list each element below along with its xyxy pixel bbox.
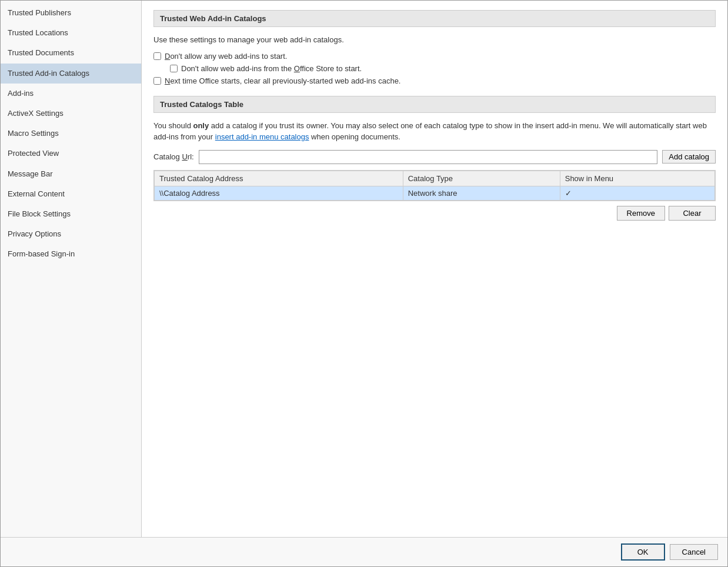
checkbox2-underline: O (294, 64, 300, 73)
section1-description: Use these settings to manage your web ad… (153, 34, 716, 46)
section1-body: Use these settings to manage your web ad… (153, 34, 716, 96)
catalog-table-container: Trusted Catalog Address Catalog Type Sho… (153, 170, 716, 201)
section2-body: You should only add a catalog if you tru… (153, 120, 716, 237)
remove-button[interactable]: Remove (617, 206, 665, 221)
trust-center-dialog: Trusted PublishersTrusted LocationsTrust… (0, 0, 728, 567)
sidebar-item-message-bar[interactable]: Message Bar (1, 164, 141, 184)
ok-button[interactable]: OK (621, 543, 665, 561)
sidebar-item-privacy-options[interactable]: Privacy Options (1, 224, 141, 244)
sidebar-item-trusted-addin-catalogs[interactable]: Trusted Add-in Catalogs (1, 64, 141, 84)
checkbox1[interactable] (153, 52, 161, 60)
sidebar-item-macro-settings[interactable]: Macro Settings (1, 124, 141, 144)
catalog-url-label: Catalog Url: (153, 152, 194, 161)
sidebar-item-form-based-sign-in[interactable]: Form-based Sign-in (1, 244, 141, 264)
section2-description: You should only add a catalog if you tru… (153, 120, 716, 143)
insert-menu-link: insert add-in menu catalogs (215, 132, 309, 141)
checkbox2-row: Don't allow web add-ins from the Office … (170, 64, 716, 73)
dialog-footer: OK Cancel (1, 537, 727, 566)
sidebar-item-trusted-documents[interactable]: Trusted Documents (1, 43, 141, 63)
main-content: Trusted Web Add-in Catalogs Use these se… (142, 1, 727, 537)
checkbox1-row: Don't allow any web add-ins to start. (153, 52, 716, 61)
sidebar: Trusted PublishersTrusted LocationsTrust… (1, 1, 142, 537)
clear-button[interactable]: Clear (669, 206, 716, 221)
checkbox2-label: Don't allow web add-ins from the Office … (181, 64, 362, 73)
sidebar-item-trusted-locations[interactable]: Trusted Locations (1, 23, 141, 43)
col-header-show: Show in Menu (560, 171, 714, 186)
checkbox3-row: Next time Office starts, clear all previ… (153, 76, 716, 85)
dialog-body: Trusted PublishersTrusted LocationsTrust… (1, 1, 727, 537)
cancel-button[interactable]: Cancel (670, 544, 718, 560)
sidebar-item-file-block-settings[interactable]: File Block Settings (1, 204, 141, 224)
checkbox1-text: Don't allow any web add-ins to start. (165, 52, 287, 61)
catalog-url-row: Catalog Url: Add catalog (153, 150, 716, 164)
sidebar-item-external-content[interactable]: External Content (1, 184, 141, 204)
checkbox1-label: Don't allow any web add-ins to start. (165, 52, 287, 61)
add-catalog-button[interactable]: Add catalog (662, 150, 716, 164)
catalog-type-cell: Network share (403, 186, 560, 200)
col-header-address: Trusted Catalog Address (155, 171, 403, 186)
checkbox3-underline: N (165, 76, 170, 85)
checkbox1-underline: D (165, 52, 170, 61)
sidebar-item-trusted-publishers[interactable]: Trusted Publishers (1, 3, 141, 23)
sidebar-item-add-ins[interactable]: Add-ins (1, 84, 141, 104)
section1-header: Trusted Web Add-in Catalogs (153, 10, 716, 27)
table-action-buttons: Remove Clear (153, 206, 716, 221)
checkbox2[interactable] (170, 65, 178, 72)
section2-header: Trusted Catalogs Table (153, 96, 716, 113)
checkbox3-label: Next time Office starts, clear all previ… (165, 76, 400, 85)
sidebar-item-activex-settings[interactable]: ActiveX Settings (1, 104, 141, 124)
catalog-table: Trusted Catalog Address Catalog Type Sho… (154, 171, 715, 201)
col-header-type: Catalog Type (403, 171, 560, 186)
catalog-address-cell: \\Catalog Address (155, 186, 403, 200)
catalog-url-input[interactable] (199, 150, 658, 164)
show-in-menu-cell: ✓ (560, 186, 714, 200)
table-row[interactable]: \\Catalog AddressNetwork share✓ (155, 186, 715, 200)
catalog-url-underline: U (182, 152, 187, 161)
sidebar-item-protected-view[interactable]: Protected View (1, 144, 141, 164)
checkbox3[interactable] (153, 77, 161, 85)
